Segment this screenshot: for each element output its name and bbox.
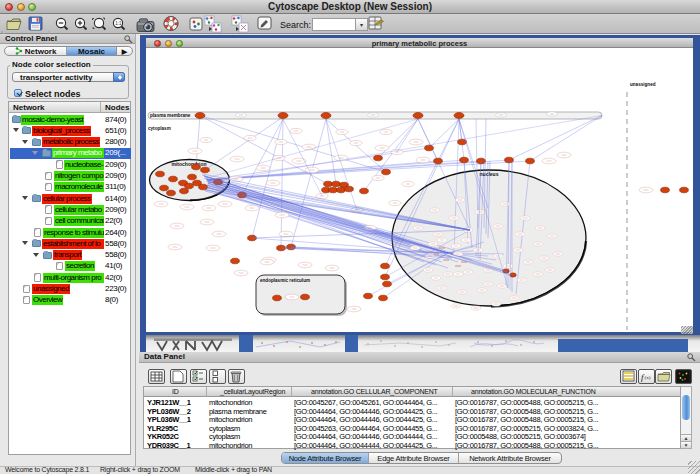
svg-text:(x): (x) <box>645 375 651 380</box>
svg-text:nucleus: nucleus <box>480 171 499 177</box>
svg-text:cytoplasm: cytoplasm <box>148 126 171 131</box>
svg-text:1:1: 1:1 <box>115 21 122 26</box>
svg-text:unassigned: unassigned <box>630 82 656 87</box>
svg-text:mitochondrion: mitochondrion <box>172 161 207 167</box>
svg-text:endoplasmic reticulum: endoplasmic reticulum <box>260 278 310 283</box>
svg-text:plasma membrane: plasma membrane <box>150 113 191 118</box>
